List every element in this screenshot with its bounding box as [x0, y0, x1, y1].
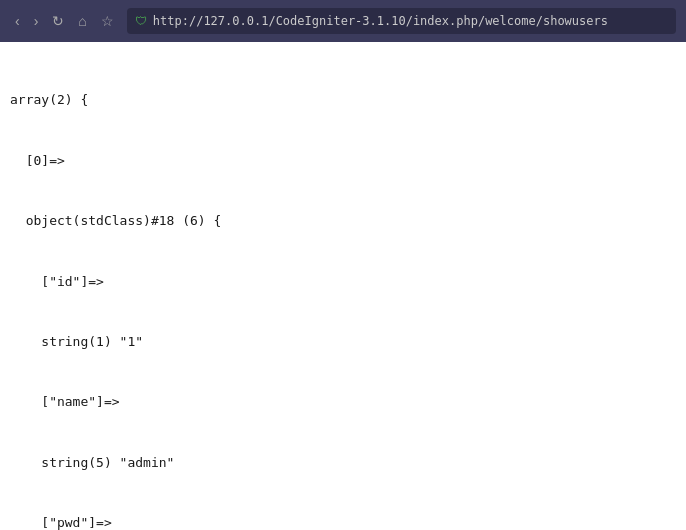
- code-line-1: array(2) {: [10, 90, 676, 110]
- reload-button[interactable]: ↻: [47, 11, 69, 31]
- code-line-2: [0]=>: [10, 151, 676, 171]
- code-line-6: ["name"]=>: [10, 392, 676, 412]
- code-line-8: ["pwd"]=>: [10, 513, 676, 530]
- code-line-5: string(1) "1": [10, 332, 676, 352]
- debug-output: array(2) { [0]=> object(stdClass)#18 (6)…: [10, 50, 676, 530]
- forward-button[interactable]: ›: [29, 11, 44, 31]
- browser-toolbar: ‹ › ↻ ⌂ ☆ 🛡 http://127.0.0.1/CodeIgniter…: [0, 0, 686, 42]
- nav-buttons: ‹ › ↻ ⌂ ☆: [10, 11, 119, 31]
- address-bar[interactable]: 🛡 http://127.0.0.1/CodeIgniter-3.1.10/in…: [127, 8, 676, 34]
- code-line-3: object(stdClass)#18 (6) {: [10, 211, 676, 231]
- home-button[interactable]: ⌂: [73, 11, 91, 31]
- shield-icon: 🛡: [135, 14, 147, 28]
- url-text: http://127.0.0.1/CodeIgniter-3.1.10/inde…: [153, 14, 608, 28]
- page-content: array(2) { [0]=> object(stdClass)#18 (6)…: [0, 42, 686, 530]
- bookmark-button[interactable]: ☆: [96, 11, 119, 31]
- back-button[interactable]: ‹: [10, 11, 25, 31]
- code-line-4: ["id"]=>: [10, 272, 676, 292]
- code-line-7: string(5) "admin": [10, 453, 676, 473]
